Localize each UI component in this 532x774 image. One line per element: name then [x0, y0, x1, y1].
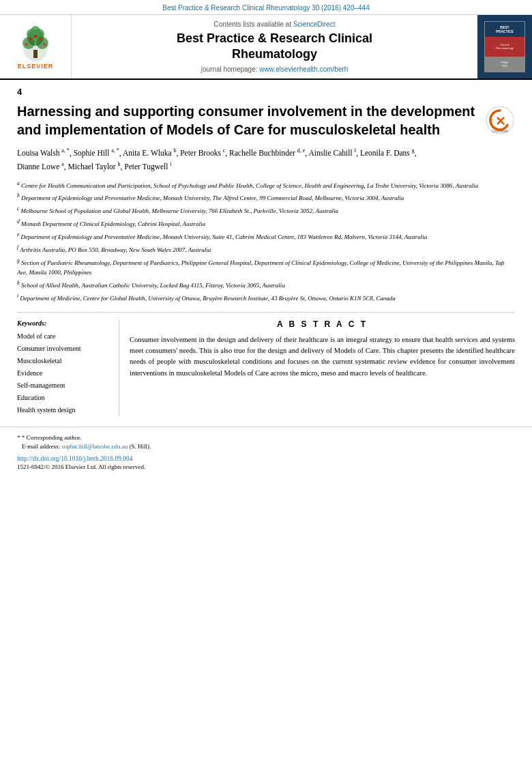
svg-text:CrossMark: CrossMark: [492, 129, 509, 133]
keyword-2: Consumer involvement: [17, 343, 108, 355]
sciencedirect-link[interactable]: ScienceDirect: [293, 20, 336, 28]
doi-link[interactable]: http://dx.doi.org/10.1016/j.berh.2016.09…: [17, 455, 133, 462]
journal-title: Best Practice & Research ClinicalRheumat…: [177, 31, 372, 63]
keywords-list: Model of care Consumer involvement Muscu…: [17, 330, 108, 416]
keywords-column: Keywords: Model of care Consumer involve…: [17, 319, 119, 416]
affiliation-i: i Department of Medicine, Centre for Glo…: [17, 292, 515, 304]
email-label: E-mail address:: [22, 443, 61, 450]
affiliations: a Centre for Health Communication and Pa…: [17, 180, 515, 304]
svg-point-7: [31, 26, 40, 35]
svg-point-8: [29, 38, 32, 40]
corresponding-author-label: * Corresponding author.: [22, 434, 81, 441]
page-container: Best Practice & Research Clinical Rheuma…: [0, 0, 532, 774]
elsevier-tree-icon: [12, 24, 59, 61]
svg-point-10: [34, 35, 37, 38]
abstract-heading: A B S T R A C T: [130, 319, 515, 329]
journal-cover-image: BESTPRACTICE ClinicalRheumatology PRAKTI…: [484, 21, 525, 72]
affiliation-h: h School of Allied Health, Australian Ca…: [17, 279, 515, 291]
journal-header: ELSEVIER Contents lists available at Sci…: [0, 15, 532, 80]
sciencedirect-line: Contents lists available at ScienceDirec…: [214, 20, 336, 28]
contents-available-text: Contents lists available at: [214, 20, 293, 28]
svg-point-9: [39, 38, 42, 40]
homepage-label: journal homepage:: [201, 66, 260, 73]
abstract-column: A B S T R A C T Consumer involvement in …: [119, 319, 515, 416]
affiliation-e: e Department of Epidemiology and Prevent…: [17, 231, 515, 242]
affiliation-b: b Department of Epidemiology and Prevent…: [17, 192, 515, 203]
journal-logo-right: BESTPRACTICE ClinicalRheumatology PRAKTI…: [477, 15, 532, 78]
email-link[interactable]: sophie.hill@latrobe.edu.au: [61, 443, 128, 450]
keyword-6: Education: [17, 392, 108, 404]
affiliation-g: g Section of Paediatric Rheumatology, De…: [17, 257, 515, 278]
authors-line: Louisa Walsh a, *, Sophie Hill a, *, Ani…: [17, 146, 515, 174]
keyword-7: Health system design: [17, 404, 108, 416]
footer-area: * * Corresponding author. E-mail address…: [0, 427, 532, 481]
article-title: Harnessing and supporting consumer invol…: [17, 102, 478, 139]
svg-point-11: [26, 43, 28, 45]
keyword-1: Model of care: [17, 330, 108, 343]
svg-point-12: [44, 43, 46, 45]
journal-citation-bar: Best Practice & Research Clinical Rheuma…: [0, 0, 532, 15]
journal-citation-text: Best Practice & Research Clinical Rheuma…: [162, 4, 370, 12]
keyword-5: Self-management: [17, 379, 108, 392]
affiliation-a: a Centre for Health Communication and Pa…: [17, 180, 515, 191]
footnote-email-line: E-mail address: sophie.hill@latrobe.edu.…: [17, 443, 515, 450]
article-content: Harnessing and supporting consumer invol…: [0, 102, 532, 416]
affiliation-f: f Arthritis Australia, PO Box 550, Broad…: [17, 244, 515, 255]
keywords-abstract-row: Keywords: Model of care Consumer involve…: [17, 319, 515, 416]
keyword-3: Musculoskeletal: [17, 355, 108, 367]
footnote-corresponding: * * Corresponding author.: [17, 434, 515, 441]
doi-line: http://dx.doi.org/10.1016/j.berh.2016.09…: [17, 455, 515, 462]
section-divider: [17, 312, 515, 313]
abstract-text: Consumer involvement in the design and d…: [130, 334, 515, 379]
article-number: 4: [0, 80, 532, 98]
keywords-title: Keywords:: [17, 319, 108, 327]
elsevier-label: ELSEVIER: [18, 63, 54, 70]
keyword-4: Evidence: [17, 367, 108, 379]
affiliation-d: d Monash Department of Clinical Epidemio…: [17, 218, 515, 229]
article-title-row: Harnessing and supporting consumer invol…: [17, 102, 515, 139]
journal-homepage-link[interactable]: www.elsevierhealth.com/berh: [259, 66, 348, 73]
elsevier-logo-area: ELSEVIER: [0, 15, 72, 78]
copyright-line: 1521-6942/© 2016 Elsevier Ltd. All right…: [17, 463, 515, 470]
email-suffix: (S. Hill).: [128, 443, 151, 450]
crossmark-badge[interactable]: CrossMark: [485, 105, 515, 135]
journal-homepage-line: journal homepage: www.elsevierhealth.com…: [201, 66, 349, 73]
affiliation-c: c Melbourne School of Population and Glo…: [17, 205, 515, 216]
journal-center: Contents lists available at ScienceDirec…: [72, 15, 477, 78]
